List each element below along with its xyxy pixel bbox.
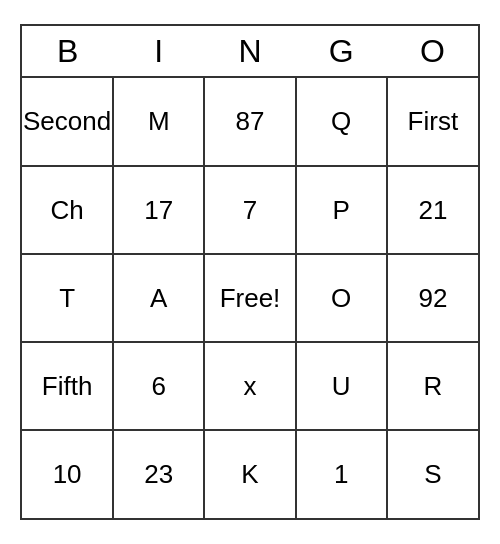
header-g: G (296, 26, 387, 76)
cell-9[interactable]: 21 (387, 166, 478, 254)
cell-5[interactable]: Ch (22, 166, 113, 254)
cell-8[interactable]: P (296, 166, 387, 254)
header-n: N (204, 26, 295, 76)
cell-20[interactable]: 10 (22, 430, 113, 518)
cell-13[interactable]: O (296, 254, 387, 342)
cell-4[interactable]: First (387, 78, 478, 166)
header-i: I (113, 26, 204, 76)
cell-12-free[interactable]: Free! (204, 254, 295, 342)
cell-15[interactable]: Fifth (22, 342, 113, 430)
cell-6[interactable]: 17 (113, 166, 204, 254)
cell-7[interactable]: 7 (204, 166, 295, 254)
bingo-grid: Second M 87 Q First Ch 17 7 P 21 T A Fre… (22, 78, 478, 518)
cell-17[interactable]: x (204, 342, 295, 430)
cell-3[interactable]: Q (296, 78, 387, 166)
cell-23[interactable]: 1 (296, 430, 387, 518)
cell-11[interactable]: A (113, 254, 204, 342)
cell-22[interactable]: K (204, 430, 295, 518)
cell-21[interactable]: 23 (113, 430, 204, 518)
cell-16[interactable]: 6 (113, 342, 204, 430)
cell-10[interactable]: T (22, 254, 113, 342)
cell-24[interactable]: S (387, 430, 478, 518)
cell-19[interactable]: R (387, 342, 478, 430)
header-o: O (387, 26, 478, 76)
bingo-header: B I N G O (22, 26, 478, 78)
cell-14[interactable]: 92 (387, 254, 478, 342)
cell-18[interactable]: U (296, 342, 387, 430)
bingo-card: B I N G O Second M 87 Q First Ch 17 7 P … (20, 24, 480, 520)
cell-1[interactable]: M (113, 78, 204, 166)
cell-0[interactable]: Second (22, 78, 113, 166)
header-b: B (22, 26, 113, 76)
cell-2[interactable]: 87 (204, 78, 295, 166)
